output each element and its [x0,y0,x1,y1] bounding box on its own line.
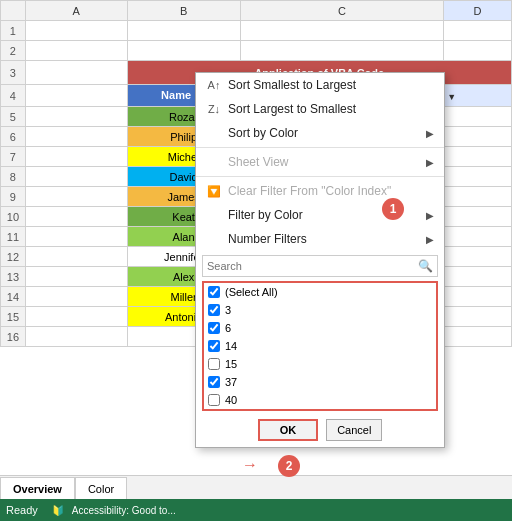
cell-14a[interactable] [25,287,127,307]
checkbox-item-14[interactable]: 14 [204,337,436,355]
cell-1c[interactable] [240,21,443,41]
checkbox-item-37[interactable]: 37 [204,373,436,391]
checkbox-14[interactable] [208,340,220,352]
cell-2b[interactable] [127,41,240,61]
row-num-6: 6 [1,127,26,147]
cell-1a[interactable] [25,21,127,41]
row-num-15: 15 [1,307,26,327]
col-header-c[interactable]: C [240,1,443,21]
cell-1d[interactable] [444,21,512,41]
clear-filter-item: 🔽 Clear Filter From "Color Index" [196,179,444,203]
filter-by-color-item[interactable]: Filter by Color ▶ [196,203,444,227]
cell-2a[interactable] [25,41,127,61]
dropdown-menu: A↑ Sort Smallest to Largest Z↓ Sort Larg… [195,72,445,448]
cancel-button[interactable]: Cancel [326,419,382,441]
sort-by-color-item[interactable]: Sort by Color ▶ [196,121,444,145]
cell-6d[interactable] [444,127,512,147]
cell-13d[interactable] [444,267,512,287]
checkbox-item-6[interactable]: 6 [204,319,436,337]
cell-10d[interactable] [444,207,512,227]
select-all-checkbox[interactable] [208,286,220,298]
badge-1: 1 [382,198,404,220]
checkbox-item-48[interactable]: 48 [204,409,436,411]
sort-largest-item[interactable]: Z↓ Sort Largest to Smallest [196,97,444,121]
cell-12a[interactable] [25,247,127,267]
cell-6a[interactable] [25,127,127,147]
col-d-filter-arrow[interactable]: ▼ [447,92,456,102]
row-num-9: 9 [1,187,26,207]
cell-16d[interactable] [444,327,512,347]
col-header-b[interactable]: B [127,1,240,21]
checkbox-item-15[interactable]: 15 [204,355,436,373]
number-filters-label: Number Filters [228,232,307,246]
cell-5d[interactable] [444,107,512,127]
cell-12d[interactable] [444,247,512,267]
cell-16a[interactable] [25,327,127,347]
cell-11d[interactable] [444,227,512,247]
cell-14d[interactable] [444,287,512,307]
cell-11a[interactable] [25,227,127,247]
checkbox-item-40[interactable]: 40 [204,391,436,409]
cell-7a[interactable] [25,147,127,167]
cell-4a[interactable] [25,85,127,107]
ok-arrow: → [242,456,258,474]
checkbox-37-label: 37 [225,376,237,388]
col-header-a[interactable]: A [25,1,127,21]
cell-15a[interactable] [25,307,127,327]
cell-15d[interactable] [444,307,512,327]
cell-1b[interactable] [127,21,240,41]
col-header-d[interactable]: D [444,1,512,21]
checkbox-item-3[interactable]: 3 [204,301,436,319]
search-input[interactable] [207,260,418,272]
tab-color[interactable]: Color [75,477,127,499]
checkbox-40[interactable] [208,394,220,406]
sort-smallest-label: Sort Smallest to Largest [228,78,356,92]
cell-7d[interactable] [444,147,512,167]
checkbox-40-label: 40 [225,394,237,406]
cell-10a[interactable] [25,207,127,227]
cell-3a[interactable] [25,61,127,85]
sort-by-color-chevron: ▶ [426,128,434,139]
cell-13a[interactable] [25,267,127,287]
cell-4d[interactable]: ▼ [444,85,512,107]
ok-button[interactable]: OK [258,419,319,441]
sort-largest-label: Sort Largest to Smallest [228,102,356,116]
cell-5a[interactable] [25,107,127,127]
clear-filter-label: Clear Filter From "Color Index" [228,184,391,198]
number-filters-item[interactable]: Number Filters ▶ [196,227,444,251]
search-icon: 🔍 [418,259,433,273]
separator-2 [196,176,444,177]
tab-overview[interactable]: Overview [0,477,75,499]
row-num-16: 16 [1,327,26,347]
cell-9d[interactable] [444,187,512,207]
row-num-3: 3 [1,61,26,85]
checkbox-15[interactable] [208,358,220,370]
sort-smallest-item[interactable]: A↑ Sort Smallest to Largest [196,73,444,97]
cell-2d[interactable] [444,41,512,61]
cell-8a[interactable] [25,167,127,187]
cell-2c[interactable] [240,41,443,61]
cell-8d[interactable] [444,167,512,187]
row-num-11: 11 [1,227,26,247]
badge-2: 2 [278,455,300,477]
checkbox-14-label: 14 [225,340,237,352]
checkbox-37[interactable] [208,376,220,388]
separator-1 [196,147,444,148]
cell-9a[interactable] [25,187,127,207]
row-num-7: 7 [1,147,26,167]
row-num-2: 2 [1,41,26,61]
select-all-item[interactable]: (Select All) [204,283,436,301]
checkbox-6[interactable] [208,322,220,334]
excel-window: A B C D 1 2 [0,0,512,521]
sheet-view-chevron: ▶ [426,157,434,168]
checkbox-3[interactable] [208,304,220,316]
filter-color-chevron: ▶ [426,210,434,221]
sort-asc-icon: A↑ [206,79,222,91]
status-ready: Ready [6,504,38,516]
sheet-view-label: Sheet View [228,155,289,169]
row-num-8: 8 [1,167,26,187]
sort-desc-icon: Z↓ [206,103,222,115]
sort-by-color-label: Sort by Color [228,126,298,140]
search-box[interactable]: 🔍 [202,255,438,277]
dropdown-buttons: OK Cancel [196,413,444,447]
